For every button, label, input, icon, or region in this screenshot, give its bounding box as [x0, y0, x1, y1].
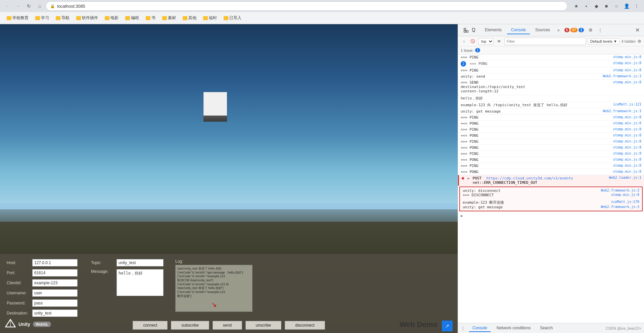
devtools-close-button[interactable]: ✕	[633, 26, 641, 34]
bookmark-素材[interactable]: 素材	[159, 14, 179, 22]
log-link[interactable]: stomp.min.js:8	[613, 158, 641, 161]
disconnect-button[interactable]: disconnect	[285, 321, 325, 330]
bottom-tab-search[interactable]: Search	[537, 325, 556, 332]
log-link[interactable]: stomp.min.js:8	[613, 127, 641, 131]
connect-button[interactable]: connect	[133, 321, 168, 330]
extension2-button[interactable]: ■	[602, 1, 611, 11]
log-link[interactable]: Web2.framework.js:3	[603, 74, 641, 78]
bookmark-导航[interactable]: 导航	[53, 14, 72, 22]
error-url-link[interactable]: https://cdp.cloud.unity3d.com/v1/events	[487, 176, 573, 180]
context-selector[interactable]: top	[478, 38, 494, 45]
bookmark-label: 软件插件	[82, 15, 98, 21]
log-link[interactable]: Web2.framework.js:3	[601, 189, 639, 193]
filter-button[interactable]: 🚫	[469, 38, 476, 45]
bookmark-其他[interactable]: 其他	[180, 14, 199, 22]
bookmark-已导入[interactable]: 已导入	[221, 14, 244, 22]
inspect-element-icon[interactable]	[462, 26, 470, 34]
log-link[interactable]: iceMatt.js:121	[613, 102, 641, 106]
bottom-tab-console[interactable]: Console	[469, 325, 491, 332]
username-label: Username:	[7, 291, 30, 295]
log-link[interactable]: stomp.min.js:8	[613, 152, 641, 155]
reload-button[interactable]: ↻	[24, 1, 34, 11]
log-link[interactable]: Web2.framework.js:3	[601, 205, 639, 209]
log-link[interactable]: Web2.loader.js:1	[609, 176, 641, 179]
levels-button[interactable]: Default levels ▼	[588, 38, 619, 44]
menu-button[interactable]: ⋮	[632, 1, 641, 11]
unscribe-button[interactable]: unscribe	[245, 321, 281, 330]
levels-label: Default levels	[590, 39, 612, 43]
device-toolbar-icon[interactable]	[470, 26, 478, 34]
bookmarks-bar: 学校教育 学习 导航 软件插件 电影 编程 书 素材	[0, 12, 644, 24]
port-input[interactable]	[32, 269, 78, 277]
log-link[interactable]: stomp.min.js:8	[613, 139, 641, 143]
cast-button[interactable]: ▪	[582, 1, 591, 11]
send-button[interactable]: send	[213, 321, 242, 330]
home-button[interactable]: ⌂	[35, 1, 44, 11]
log-link[interactable]: stomp.min.js:8	[613, 80, 641, 84]
username-input[interactable]	[32, 289, 78, 297]
back-button[interactable]: ←	[3, 1, 12, 11]
arrow-indicator: ↘	[177, 300, 250, 309]
log-link[interactable]: stomp.min.js:8	[613, 145, 641, 149]
more-tabs-button[interactable]: »	[555, 27, 562, 34]
log-link[interactable]: stomp.min.js:8	[613, 61, 641, 65]
log-link[interactable]: stomp.min.js:8	[613, 115, 641, 119]
bookmark-学习[interactable]: 学习	[33, 14, 52, 22]
log-link[interactable]: stomp.min.js:8	[613, 55, 641, 59]
eye-button[interactable]: 👁	[496, 38, 502, 45]
devtools-bottom-menu-icon[interactable]: ⋮	[461, 326, 465, 331]
bottom-tab-network-conditions[interactable]: Network conditions	[493, 325, 534, 332]
topic-input[interactable]	[117, 259, 164, 266]
profile-button[interactable]: 👤	[622, 1, 631, 11]
filter-input[interactable]	[504, 38, 586, 45]
tab-sources[interactable]: Sources	[531, 26, 554, 34]
log-link[interactable]: stomp.min.js:8	[613, 164, 641, 167]
svg-rect-7	[473, 32, 474, 32]
log-link[interactable]: stomp.min.js:8	[613, 133, 641, 137]
folder-icon	[76, 16, 81, 20]
clear-console-button[interactable]: ○	[461, 38, 467, 45]
log-link[interactable]: stomp.min.js:8	[613, 170, 641, 173]
message-textarea[interactable]: hello，你好	[117, 269, 164, 296]
bookmark-临时[interactable]: 临时	[200, 14, 220, 22]
bookmark-电影[interactable]: 电影	[102, 14, 121, 22]
clientid-input[interactable]	[32, 279, 78, 287]
extension1-button[interactable]: ◆	[592, 1, 601, 11]
devtools-more-button[interactable]: ⋮	[596, 26, 604, 34]
log-text: example-123 向 /topic/unity_test 发送了 hell…	[461, 102, 610, 108]
console-settings-icon[interactable]: ⚙	[638, 39, 641, 44]
unity-text: Unity	[18, 322, 30, 327]
subscribe-button[interactable]: subscribe	[171, 321, 209, 330]
unity-ui-panel: Host: Port: ClientId:	[0, 254, 458, 333]
extension3-button[interactable]: ○	[612, 1, 621, 11]
bookmark-label: 临时	[209, 15, 217, 21]
bookmark-软件插件[interactable]: 软件插件	[74, 14, 101, 22]
expand-bottom-arrow[interactable]: ►	[458, 212, 644, 219]
bookmark-编程[interactable]: 编程	[123, 14, 142, 22]
log-text: >>> SEND stomp.min.js:8	[461, 80, 641, 85]
log-link[interactable]: iceMatt.js:170	[611, 200, 639, 205]
host-input[interactable]	[32, 259, 78, 266]
clientid-label: ClientId:	[7, 281, 30, 285]
log-link[interactable]: stomp.min.js:8	[613, 121, 641, 125]
bookmark-书[interactable]: 书	[143, 14, 158, 22]
tab-elements[interactable]: Elements	[481, 26, 506, 34]
expand-arrow-icon[interactable]: ►	[468, 176, 470, 180]
bookmarks-button[interactable]: ★	[571, 1, 581, 11]
port-group: Port:	[7, 269, 78, 277]
log-link[interactable]: Web2.framework.js:3	[603, 109, 641, 113]
console-log-area[interactable]: >>> PING stomp.min.js:8 2 <<< PONG stomp…	[458, 54, 644, 323]
log-link[interactable]: stomp.min.js:8	[613, 68, 641, 72]
address-bar[interactable]: 🔒 localhost:3085	[46, 1, 567, 11]
password-input[interactable]	[32, 299, 78, 307]
devtools-settings-button[interactable]: ⚙	[587, 26, 595, 34]
tab-console[interactable]: Console	[507, 26, 530, 34]
bookmark-学校教育[interactable]: 学校教育	[4, 14, 31, 22]
log-link[interactable]: stomp.min.js:8	[611, 193, 639, 197]
webgl-badge: WebGL	[33, 322, 51, 327]
forward-button[interactable]: →	[13, 1, 23, 11]
destination-input[interactable]	[32, 309, 78, 317]
fullscreen-button[interactable]: ↗	[442, 321, 453, 331]
unity-canvas: Host: Port: ClientId:	[0, 24, 458, 333]
log-line: {"errCode":0,"errInfo":"example-123	[177, 290, 250, 294]
